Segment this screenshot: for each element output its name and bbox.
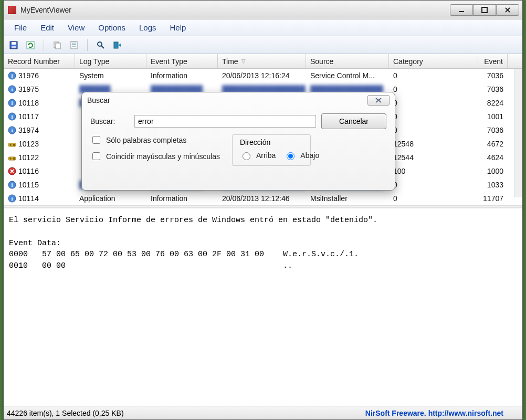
close-button[interactable] [496,4,519,16]
direction-label: Dirección [240,138,303,146]
scroll-left-icon[interactable]: ◄ [4,206,12,208]
svg-text:i: i [11,182,13,188]
col-eventid[interactable]: Event [478,54,508,68]
horizontal-scrollbar[interactable]: ◄ ► [4,205,522,207]
scroll-right-icon[interactable]: ► [514,206,522,208]
err-icon [8,167,16,175]
svg-text:i: i [11,113,13,120]
table-row[interactable]: i10114ApplicationInformation20/06/2013 1… [4,192,522,205]
whole-word-checkbox[interactable]: Sólo palabras completas [90,134,222,145]
refresh-icon[interactable] [25,39,36,51]
statusbar: 44226 item(s), 1 Selected (0,25 KB) NirS… [4,406,522,419]
app-icon [8,6,16,14]
find-dialog[interactable]: Buscar Buscar: Buscar siguiente Sólo pal… [81,92,395,191]
nirsoft-link[interactable]: http://www.nirsoft.net [428,409,503,417]
col-time[interactable]: Time▽ [218,54,306,68]
svg-point-14 [98,42,102,46]
info-icon: i [8,71,16,80]
svg-text:i: i [11,86,13,92]
dialog-title: Buscar [87,96,110,104]
find-input[interactable] [134,115,316,128]
svg-rect-32 [13,158,15,160]
direction-down-radio[interactable]: Abajo [284,151,319,160]
svg-rect-5 [12,42,16,45]
col-eventtype[interactable]: Event Type [146,54,218,68]
find-label: Buscar: [90,117,129,125]
sort-indicator-icon: ▽ [241,58,246,64]
table-row[interactable]: i31976SystemInformation20/06/2013 12:16:… [4,69,522,82]
find-icon[interactable] [95,39,107,51]
copy-icon[interactable] [51,39,63,51]
menu-edit[interactable]: Edit [34,20,60,35]
info-icon: i [8,126,16,134]
list-header: Record Number Log Type Event Type Time▽ … [4,54,522,69]
menu-file[interactable]: File [8,20,33,35]
save-icon[interactable] [8,39,19,51]
svg-rect-29 [13,144,15,146]
status-right: NirSoft Freeware. http://www.nirsoft.net [365,409,519,417]
svg-text:i: i [11,100,13,106]
svg-point-31 [9,158,12,160]
minimize-button[interactable] [450,4,473,16]
cancel-button[interactable]: Cancelar [321,113,386,129]
menu-view[interactable]: View [61,20,91,35]
direction-group: Dirección Arriba Abajo [232,134,311,166]
match-case-checkbox[interactable]: Coincidir mayúsculas y minúsculas [90,151,222,162]
status-left: 44226 item(s), 1 Selected (0,25 KB) [7,409,365,417]
svg-rect-0 [459,11,464,12]
col-source[interactable]: Source [306,54,389,68]
svg-text:i: i [11,127,13,133]
svg-rect-10 [71,41,77,49]
vertical-scrollbar[interactable] [514,69,522,197]
svg-rect-9 [56,43,60,49]
info-icon: i [8,99,16,107]
maximize-button[interactable] [473,4,496,16]
dialog-close-button[interactable] [367,95,390,106]
toolbar [4,36,522,54]
titlebar[interactable]: MyEventViewer [4,1,522,19]
svg-rect-16 [114,42,118,48]
svg-rect-6 [12,46,16,48]
scroll-thumb[interactable] [13,207,234,207]
svg-text:i: i [11,72,13,79]
menubar: File Edit View Options Logs Help [4,19,522,36]
info-icon: i [8,112,16,121]
col-category[interactable]: Category [389,54,478,68]
menu-logs[interactable]: Logs [133,20,163,35]
details-pane[interactable]: El servicio Servicio Informe de errores … [4,207,522,406]
app-window: MyEventViewer File Edit View Options Log… [3,0,523,420]
warn-icon [8,140,16,148]
exit-icon[interactable] [112,39,123,51]
direction-up-radio[interactable]: Arriba [240,151,276,160]
info-icon: i [8,181,16,189]
svg-line-15 [101,46,104,48]
window-title: MyEventViewer [20,6,450,14]
svg-rect-1 [482,7,487,13]
info-icon: i [8,194,16,203]
svg-point-28 [9,144,12,146]
svg-text:i: i [11,195,13,202]
warn-icon [8,153,16,162]
menu-help[interactable]: Help [164,20,193,35]
properties-icon[interactable] [68,39,80,51]
menu-options[interactable]: Options [92,20,132,35]
info-icon: i [8,85,16,93]
dialog-titlebar[interactable]: Buscar [82,92,395,108]
col-logtype[interactable]: Log Type [75,54,146,68]
col-record[interactable]: Record Number [4,54,75,68]
